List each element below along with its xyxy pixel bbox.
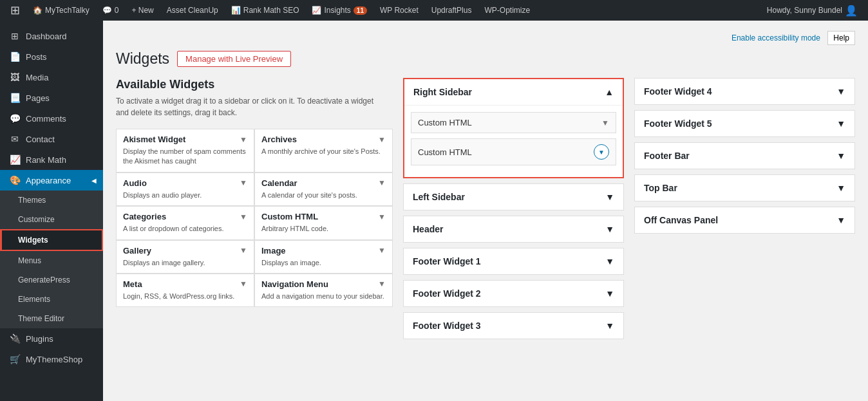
sidebar-item-contact[interactable]: ✉ Contact	[0, 129, 103, 149]
sidebar-label-pages: Pages	[26, 93, 50, 103]
comment-icon: 💬	[102, 6, 112, 15]
chevron-down-icon: ▼	[378, 178, 386, 187]
sidebar-label-rankmath: Rank Math	[26, 155, 66, 165]
footer-widget-2-header[interactable]: Footer Widget 2 ▼	[404, 281, 623, 306]
pages-icon: 📃	[9, 93, 21, 103]
footer-widget-5-title: Footer Widget 5	[644, 118, 712, 129]
admin-bar-user-label[interactable]: Howdy, Sunny Bundel 👤	[762, 0, 863, 21]
widget-slot-label: Custom HTML	[418, 147, 472, 157]
widget-grid: Akismet Widget ▼ Display the number of s…	[116, 129, 393, 307]
widget-desc: Display the number of spam comments the …	[123, 147, 247, 167]
footer-widget-2-title: Footer Widget 2	[413, 288, 481, 299]
left-sidebar-area: Left Sidebar ▼	[403, 183, 624, 210]
list-item[interactable]: Archives ▼ A monthly archive of your sit…	[254, 129, 393, 173]
widget-desc: A list or dropdown of categories.	[123, 224, 247, 234]
submenu-elements[interactable]: Elements	[0, 290, 103, 309]
sidebar-item-pages[interactable]: 📃 Pages	[0, 88, 103, 108]
list-item[interactable]: Custom HTML ▼ Arbitrary HTML code.	[254, 206, 393, 239]
chevron-down-icon: ▼	[240, 279, 247, 288]
right-sidebar-header[interactable]: Right Sidebar ▲	[404, 79, 623, 105]
footer-widget-1-header[interactable]: Footer Widget 1 ▼	[404, 248, 623, 274]
list-item[interactable]: Gallery ▼ Displays an image gallery.	[116, 240, 254, 274]
widget-name: Audio	[123, 178, 147, 188]
chevron-down-icon: ▼	[378, 246, 386, 255]
footer-widget-3-header[interactable]: Footer Widget 3 ▼	[404, 313, 623, 339]
widget-expand-button[interactable]: ▼	[594, 144, 609, 160]
widget-header: Custom HTML ▼	[261, 212, 386, 221]
widget-slot-label: Custom HTML	[418, 118, 472, 127]
list-item[interactable]: Calendar ▼ A calendar of your site's pos…	[254, 173, 393, 206]
footer-widget-5-header[interactable]: Footer Widget 5 ▼	[635, 111, 854, 136]
sidebar-label-media: Media	[26, 73, 48, 82]
sidebar-item-rankmath[interactable]: 📈 Rank Math	[0, 149, 103, 170]
user-avatar-icon: 👤	[845, 5, 858, 17]
widget-header: Navigation Menu ▼	[261, 279, 386, 289]
submenu-generatepress[interactable]: GeneratePress	[0, 270, 103, 290]
admin-bar-comments[interactable]: 💬 0	[97, 0, 124, 21]
chevron-down-icon: ▼	[605, 256, 614, 266]
sidebar-item-media[interactable]: 🖼 Media	[0, 67, 103, 88]
submenu-label-widgets: Widgets	[18, 236, 48, 245]
admin-bar-wprocket[interactable]: WP Rocket	[375, 0, 424, 21]
submenu-label-themes: Themes	[18, 196, 46, 205]
admin-bar-wp-logo[interactable]: ⊞	[5, 0, 25, 21]
footer-widget-2-area: Footer Widget 2 ▼	[403, 280, 624, 307]
widget-header: Akismet Widget ▼	[123, 135, 247, 144]
sidebar-item-comments[interactable]: 💬 Comments	[0, 108, 103, 129]
list-item[interactable]: Audio ▼ Displays an audio player.	[116, 173, 254, 206]
sidebar-item-dashboard[interactable]: ⊞ Dashboard	[0, 26, 103, 46]
contact-icon: ✉	[9, 134, 21, 144]
submenu-customize[interactable]: Customize	[0, 210, 103, 229]
widget-slot-2[interactable]: Custom HTML ▼	[411, 138, 616, 165]
footer-widget-4-header[interactable]: Footer Widget 4 ▼	[635, 79, 854, 104]
list-item[interactable]: Categories ▼ A list or dropdown of categ…	[116, 206, 254, 239]
media-icon: 🖼	[9, 72, 21, 82]
off-canvas-panel-header[interactable]: Off Canvas Panel ▼	[635, 207, 854, 233]
submenu-widgets[interactable]: Widgets	[0, 229, 103, 251]
list-item[interactable]: Navigation Menu ▼ Add a navigation menu …	[254, 274, 393, 307]
right-sidebar-area: Right Sidebar ▲ Custom HTML ▼ Custom HTM…	[403, 78, 624, 178]
widget-name: Navigation Menu	[261, 279, 328, 289]
widget-name: Image	[261, 246, 286, 256]
footer-bar-title: Footer Bar	[644, 151, 690, 161]
sidebar-item-plugins[interactable]: 🔌 Plugins	[0, 328, 103, 349]
admin-bar-asset-cleanup[interactable]: Asset CleanUp	[162, 0, 223, 21]
rankmath-icon: 📈	[9, 154, 21, 165]
live-preview-button[interactable]: Manage with Live Preview	[177, 51, 291, 67]
submenu-themes[interactable]: Themes	[0, 191, 103, 210]
admin-bar-wpoptimize[interactable]: WP-Optimize	[479, 0, 535, 21]
help-button[interactable]: Help	[827, 31, 855, 45]
widget-slot-1[interactable]: Custom HTML ▼	[411, 112, 616, 133]
list-item[interactable]: Meta ▼ Login, RSS, & WordPress.org links…	[116, 274, 254, 307]
footer-bar-header[interactable]: Footer Bar ▼	[635, 143, 854, 169]
submenu-theme-editor[interactable]: Theme Editor	[0, 309, 103, 328]
header-area-header[interactable]: Header ▼	[404, 216, 623, 242]
left-sidebar-header[interactable]: Left Sidebar ▼	[404, 184, 623, 210]
widget-desc: Arbitrary HTML code.	[261, 224, 386, 234]
widget-header: Calendar ▼	[261, 178, 386, 188]
comments-icon: 💬	[9, 113, 21, 124]
widget-desc: Displays an image.	[261, 258, 386, 268]
off-canvas-panel-area: Off Canvas Panel ▼	[634, 207, 855, 234]
top-bar-header[interactable]: Top Bar ▼	[635, 175, 854, 201]
home-icon: 🏠	[33, 6, 42, 15]
chevron-down-icon: ▼	[601, 118, 609, 127]
admin-bar-rankmath[interactable]: 📊 Rank Math SEO	[226, 0, 305, 21]
sidebar-item-mythemeshop[interactable]: 🛒 MyThemeShop	[0, 349, 103, 369]
header-area-title: Header	[413, 224, 443, 234]
sidebar-item-posts[interactable]: 📄 Posts	[0, 46, 103, 67]
widget-desc: Displays an image gallery.	[123, 258, 247, 268]
widget-desc: Displays an audio player.	[123, 191, 247, 200]
admin-bar-site[interactable]: 🏠 MyTechTalky	[28, 0, 95, 21]
accessibility-link[interactable]: Enable accessibility mode	[731, 33, 820, 42]
posts-icon: 📄	[9, 51, 21, 62]
submenu-menus[interactable]: Menus	[0, 251, 103, 270]
list-item[interactable]: Image ▼ Displays an image.	[254, 240, 393, 274]
admin-bar-insights[interactable]: 📈 Insights 11	[307, 0, 372, 21]
page-title: Widgets	[116, 50, 169, 68]
list-item[interactable]: Akismet Widget ▼ Display the number of s…	[116, 129, 254, 173]
admin-bar-new[interactable]: + New	[126, 0, 158, 21]
admin-bar-updraftplus[interactable]: UpdraftPlus	[426, 0, 477, 21]
sidebar-item-appearance[interactable]: 🎨 Appearance ◀	[0, 170, 103, 191]
footer-widget-4-area: Footer Widget 4 ▼	[634, 78, 855, 105]
